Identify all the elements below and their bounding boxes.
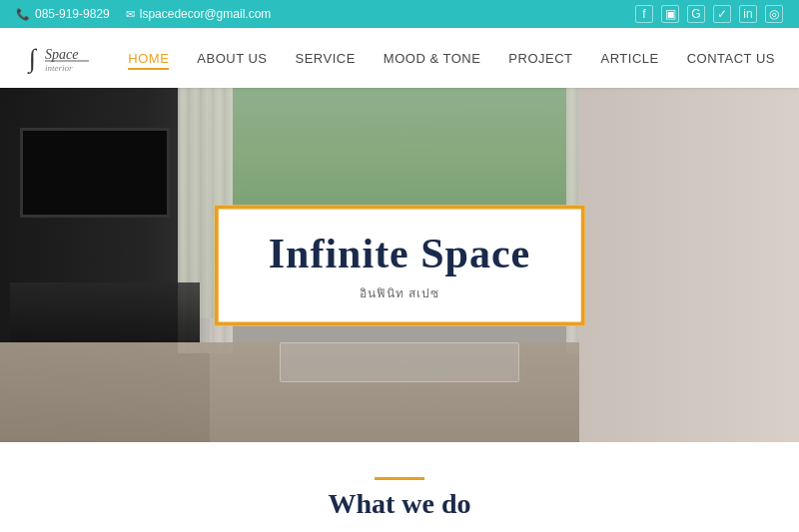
social-links: f ▣ G ✓ in ◎ <box>635 5 783 23</box>
svg-text:∫: ∫ <box>27 44 38 74</box>
nav-link-contact[interactable]: CONTACT US <box>687 51 775 66</box>
nav-link-project[interactable]: PROJECT <box>508 51 572 66</box>
phone-number: 085-919-9829 <box>35 7 110 21</box>
nav-item-article[interactable]: ARTICLE <box>601 49 659 67</box>
what-we-do-heading: What we do <box>328 488 470 520</box>
nav-links: HOME ABOUT US SERVICE MOOD & TONE PROJEC… <box>128 49 775 67</box>
hero-section: Infinite Space อินฟินิท สเปซ <box>0 88 799 442</box>
phone-info: 085-919-9829 <box>16 7 110 21</box>
phone-icon <box>16 8 30 21</box>
logo[interactable]: ∫ Space interior <box>24 38 94 78</box>
nav-item-mood[interactable]: MOOD & TONE <box>384 49 480 67</box>
orange-line <box>375 477 424 480</box>
instagram-icon[interactable]: ◎ <box>765 5 783 23</box>
top-bar: 085-919-9829 lspacedecor@gmail.com f ▣ G… <box>0 0 799 28</box>
nav-item-project[interactable]: PROJECT <box>508 49 572 67</box>
navigation: ∫ Space interior HOME ABOUT US SERVICE M… <box>0 28 799 88</box>
glass-table <box>280 342 519 382</box>
hero-text-box: Infinite Space อินฟินิท สเปซ <box>215 205 585 325</box>
linkedin-icon[interactable]: in <box>739 5 757 23</box>
top-bar-contact: 085-919-9829 lspacedecor@gmail.com <box>16 7 271 21</box>
sofa-area <box>589 88 799 442</box>
nav-item-about[interactable]: ABOUT US <box>197 49 267 67</box>
twitter-icon[interactable]: ✓ <box>713 5 731 23</box>
facebook-icon[interactable]: f <box>635 5 653 23</box>
email-address: lspacedecor@gmail.com <box>140 7 272 21</box>
logo-svg: ∫ Space interior <box>27 39 92 77</box>
nav-link-service[interactable]: SERVICE <box>296 51 356 66</box>
nav-link-home[interactable]: HOME <box>128 51 169 70</box>
nav-item-contact[interactable]: CONTACT US <box>687 49 775 67</box>
youtube-icon[interactable]: ▣ <box>661 5 679 23</box>
googleplus-icon[interactable]: G <box>687 5 705 23</box>
svg-text:Space: Space <box>45 47 78 62</box>
nav-item-service[interactable]: SERVICE <box>296 49 356 67</box>
shelf <box>10 282 200 342</box>
hero-title: Infinite Space <box>269 229 531 276</box>
tv <box>20 128 170 218</box>
nav-link-about[interactable]: ABOUT US <box>197 51 267 66</box>
nav-item-home[interactable]: HOME <box>128 49 169 67</box>
svg-text:interior: interior <box>45 63 73 73</box>
bottom-section: What we do <box>0 442 799 532</box>
email-icon <box>126 8 135 21</box>
nav-link-mood[interactable]: MOOD & TONE <box>384 51 480 66</box>
hero-subtitle: อินฟินิท สเปซ <box>269 282 531 301</box>
email-info: lspacedecor@gmail.com <box>126 7 272 21</box>
nav-link-article[interactable]: ARTICLE <box>601 51 659 66</box>
